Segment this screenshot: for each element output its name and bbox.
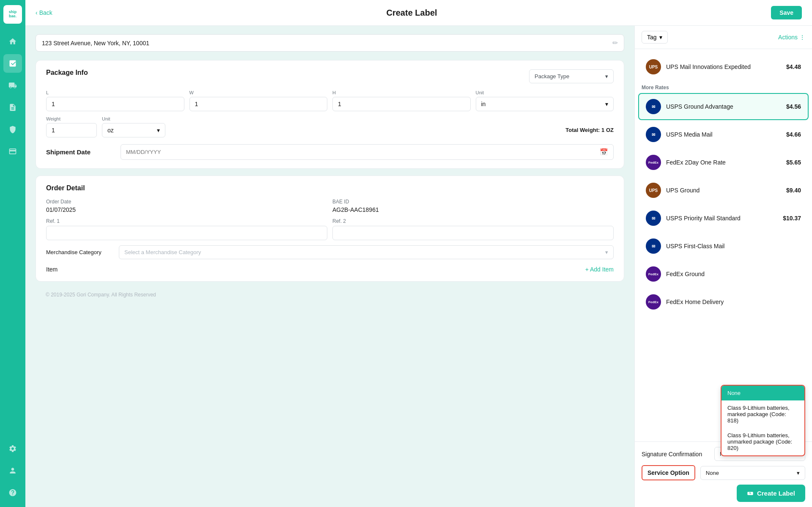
rate-name: UPS Mail Innovations Expedited bbox=[666, 63, 781, 70]
label-icon bbox=[747, 490, 754, 497]
rate-item-fedex-ground[interactable]: FedEx FedEx Ground bbox=[638, 260, 809, 288]
add-item-button[interactable]: + Add Item bbox=[585, 266, 614, 273]
item-row: Item + Add Item bbox=[46, 264, 614, 273]
ref1-field: Ref. 1 bbox=[46, 218, 327, 240]
ups-logo: UPS bbox=[646, 59, 661, 74]
create-label-button[interactable]: Create Label bbox=[737, 485, 805, 502]
rate-name: FedEx Home Delivery bbox=[666, 299, 796, 305]
rate-price: $10.37 bbox=[783, 215, 801, 222]
usps-logo: ✉ bbox=[646, 127, 661, 142]
main-content: ‹ Back Create Label Save 123 Street Aven… bbox=[25, 0, 812, 507]
merch-category-select[interactable]: Select a Merchandise Category ▾ bbox=[119, 245, 614, 259]
width-group: W bbox=[189, 90, 328, 111]
rate-name: FedEx Ground bbox=[666, 271, 796, 277]
save-button[interactable]: Save bbox=[771, 6, 802, 19]
shipment-date-input[interactable] bbox=[126, 149, 596, 155]
ref2-field: Ref. 2 bbox=[332, 218, 614, 240]
address-edit-icon[interactable]: ✏ bbox=[612, 39, 618, 47]
rates-panel: Tag ▾ Actions ⋮ UPS UPS Mail Innovations… bbox=[634, 26, 812, 507]
package-header: Package Info Package Type ▾ bbox=[46, 69, 614, 83]
sidebar-item-shipments[interactable] bbox=[3, 76, 22, 95]
actions-button[interactable]: Actions ⋮ bbox=[778, 34, 805, 41]
rate-price: $4.48 bbox=[786, 63, 801, 70]
rate-item-ups-ground[interactable]: UPS UPS Ground $9.40 bbox=[638, 177, 809, 204]
usps-logo: ✉ bbox=[646, 99, 661, 114]
item-label: Item bbox=[46, 266, 58, 273]
sidebar-item-documents[interactable] bbox=[3, 98, 22, 117]
rate-item-usps-priority[interactable]: ✉ USPS Priority Mail Standard $10.37 bbox=[638, 205, 809, 232]
app-logo: ship bae. bbox=[3, 5, 22, 24]
service-option-dropdown: None Class 9-Lithium batteries, marked p… bbox=[721, 385, 805, 456]
weight-input[interactable] bbox=[46, 123, 97, 137]
package-info-title: Package Info bbox=[46, 69, 88, 77]
fedex-logo: FedEx bbox=[646, 294, 661, 310]
service-option-label: Service Option bbox=[642, 465, 695, 480]
chevron-down-icon: ▾ bbox=[605, 249, 608, 255]
rate-item-usps-ground[interactable]: ✉ USPS Ground Advantage $4.56 bbox=[638, 93, 809, 120]
tag-button[interactable]: Tag ▾ bbox=[642, 31, 668, 44]
rate-name: USPS Priority Mail Standard bbox=[666, 215, 778, 222]
height-input[interactable] bbox=[332, 97, 471, 111]
rate-item-fedex-home[interactable]: FedEx FedEx Home Delivery bbox=[638, 288, 809, 315]
total-weight: Total Weight: 1 OZ bbox=[170, 127, 614, 137]
rate-name: UPS Ground bbox=[666, 187, 781, 194]
weight-unit-select[interactable]: oz ▾ bbox=[102, 123, 165, 137]
order-detail-title: Order Detail bbox=[46, 184, 614, 192]
shipment-date-label: Shipment Date bbox=[46, 148, 114, 156]
bae-id-label: BAE ID bbox=[332, 199, 614, 205]
usps-logo: ✉ bbox=[646, 238, 661, 254]
width-input[interactable] bbox=[189, 97, 328, 111]
calendar-icon[interactable]: 📅 bbox=[600, 148, 608, 156]
ref2-input[interactable] bbox=[332, 226, 614, 240]
sidebar-item-billing[interactable] bbox=[3, 142, 22, 161]
chevron-down-icon: ▾ bbox=[659, 34, 662, 41]
ref1-input[interactable] bbox=[46, 226, 327, 240]
rate-name: USPS Media Mail bbox=[666, 131, 781, 138]
usps-logo: ✉ bbox=[646, 211, 661, 226]
footer-actions: Create Label bbox=[642, 485, 805, 502]
rate-price: $4.56 bbox=[786, 103, 801, 110]
rates-list: UPS UPS Mail Innovations Expedited $4.48… bbox=[635, 49, 812, 441]
dropdown-option-820[interactable]: Class 9-Lithium batteries, unmarked pack… bbox=[721, 428, 804, 455]
rate-price: $4.66 bbox=[786, 131, 801, 138]
length-group: L bbox=[46, 90, 184, 111]
rate-item-fedex-2day[interactable]: FedEx FedEx 2Day One Rate $5.65 bbox=[638, 149, 809, 176]
rates-header: Tag ▾ Actions ⋮ bbox=[635, 26, 812, 49]
length-input[interactable] bbox=[46, 97, 184, 111]
unit-group: Unit in ▾ bbox=[476, 90, 614, 111]
rate-price: $5.65 bbox=[786, 159, 801, 166]
dropdown-option-818[interactable]: Class 9-Lithium batteries, marked packag… bbox=[721, 400, 804, 428]
page-header: ‹ Back Create Label Save bbox=[25, 0, 812, 26]
sidebar-item-profile[interactable] bbox=[3, 461, 22, 480]
bae-id-value: AG2B-AAC18961 bbox=[332, 206, 614, 213]
weight-row: Weight Unit oz ▾ Total Weight: 1 OZ bbox=[46, 116, 614, 137]
rate-name: USPS First-Class Mail bbox=[666, 243, 796, 249]
order-grid: Order Date 01/07/2025 BAE ID AG2B-AAC189… bbox=[46, 199, 614, 273]
back-button[interactable]: ‹ Back bbox=[36, 9, 52, 16]
sidebar-item-orders[interactable] bbox=[3, 54, 22, 73]
service-option-select[interactable]: None ▾ bbox=[700, 466, 805, 480]
address-bar: 123 Street Avenue, New York, NY, 10001 ✏ bbox=[36, 34, 624, 52]
sidebar-item-help[interactable] bbox=[3, 483, 22, 502]
more-icon: ⋮ bbox=[799, 34, 805, 41]
sidebar-item-home[interactable] bbox=[3, 32, 22, 51]
weight-group: Weight bbox=[46, 116, 97, 137]
rate-name: FedEx 2Day One Rate bbox=[666, 159, 781, 166]
sidebar-item-insurance[interactable] bbox=[3, 120, 22, 139]
ref1-label: Ref. 1 bbox=[46, 218, 327, 224]
merch-category-label: Merchandise Category bbox=[46, 249, 114, 255]
unit-select[interactable]: in ▾ bbox=[476, 97, 614, 111]
ups-logo: UPS bbox=[646, 183, 661, 198]
signature-label: Signature Confirmation bbox=[642, 451, 709, 458]
rate-item-usps-firstclass[interactable]: ✉ USPS First-Class Mail bbox=[638, 233, 809, 260]
fedex-logo: FedEx bbox=[646, 266, 661, 282]
rate-name: USPS Ground Advantage bbox=[666, 103, 781, 110]
package-type-select[interactable]: Package Type ▾ bbox=[529, 69, 614, 83]
rate-item-ups-mail[interactable]: UPS UPS Mail Innovations Expedited $4.48 bbox=[638, 53, 809, 80]
shipment-date-row: Shipment Date 📅 bbox=[46, 144, 614, 160]
dropdown-option-none[interactable]: None bbox=[721, 386, 804, 400]
address-text: 123 Street Avenue, New York, NY, 10001 bbox=[42, 40, 612, 47]
sidebar-item-settings[interactable] bbox=[3, 439, 22, 458]
order-date-value: 01/07/2025 bbox=[46, 206, 327, 213]
rate-item-usps-media[interactable]: ✉ USPS Media Mail $4.66 bbox=[638, 121, 809, 148]
